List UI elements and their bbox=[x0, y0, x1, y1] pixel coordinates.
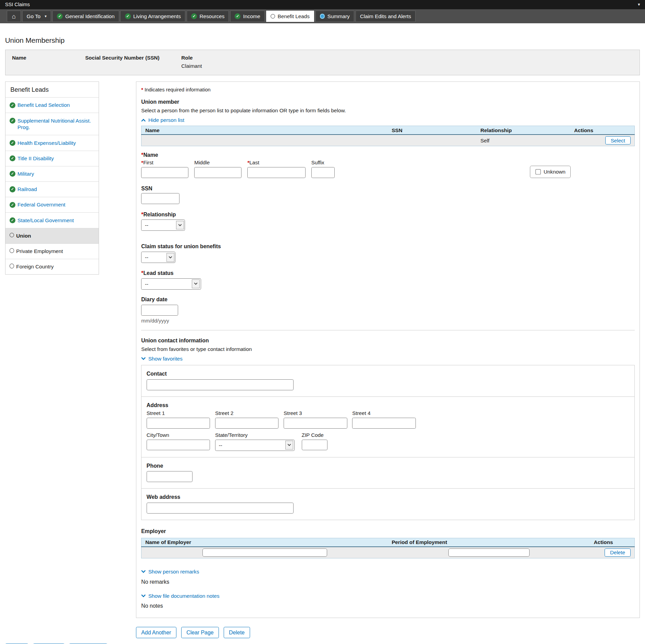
street1-label: Street 1 bbox=[147, 411, 210, 416]
not-started-circle-icon bbox=[10, 248, 14, 253]
select-person-button[interactable]: Select bbox=[605, 136, 631, 144]
employment-period-input[interactable] bbox=[448, 548, 530, 557]
not-started-circle-icon bbox=[10, 233, 14, 237]
first-name-label: *First bbox=[141, 160, 188, 165]
person-table-header-ssn: SSN bbox=[388, 126, 476, 135]
person-row-ssn bbox=[388, 135, 476, 146]
section-divider bbox=[141, 330, 634, 330]
suffix-input[interactable] bbox=[311, 167, 335, 178]
street4-label: Street 4 bbox=[352, 411, 415, 416]
ssn-input[interactable] bbox=[141, 193, 179, 204]
address-heading: Address bbox=[147, 402, 629, 408]
chevron-down-icon bbox=[285, 441, 293, 450]
zip-label: ZIP Code bbox=[302, 432, 328, 438]
street2-label: Street 2 bbox=[215, 411, 278, 416]
person-table-header-name: Name bbox=[141, 126, 388, 135]
complete-check-icon: ✓ bbox=[10, 102, 15, 108]
last-name-label: *Last bbox=[247, 160, 306, 165]
lead-status-select[interactable]: -- bbox=[141, 278, 201, 290]
diary-date-label: Diary date bbox=[141, 296, 634, 302]
tab-income[interactable]: ✓ Income bbox=[230, 11, 265, 22]
contact-input[interactable] bbox=[147, 379, 294, 390]
tab-resources[interactable]: ✓ Resources bbox=[187, 11, 229, 22]
complete-check-icon: ✓ bbox=[10, 155, 15, 161]
sidebar-item-snap[interactable]: ✓ Supplemental Nutritional Assist. Prog. bbox=[5, 113, 99, 135]
middle-name-input[interactable] bbox=[194, 167, 241, 178]
chevron-down-icon bbox=[141, 357, 146, 360]
last-name-input[interactable] bbox=[247, 167, 306, 178]
sidebar-title: Benefit Leads bbox=[5, 82, 99, 97]
phone-input[interactable] bbox=[147, 471, 193, 482]
sidebar-item-military[interactable]: ✓ Military bbox=[5, 166, 99, 181]
city-label: City/Town bbox=[147, 432, 210, 438]
hide-person-list-link[interactable]: Hide person list bbox=[141, 117, 184, 123]
union-member-heading: Union member bbox=[141, 99, 634, 105]
street3-input[interactable] bbox=[284, 418, 347, 429]
person-table-row: Self Select bbox=[141, 135, 634, 146]
complete-check-icon: ✓ bbox=[10, 217, 15, 223]
show-person-remarks-link[interactable]: Show person remarks bbox=[141, 569, 199, 575]
tab-benefit-leads[interactable]: Benefit Leads bbox=[266, 11, 314, 22]
name-section-label: *Name bbox=[141, 152, 634, 158]
tab-claim-edits-and-alerts[interactable]: Claim Edits and Alerts bbox=[356, 11, 416, 22]
no-remarks-text: No remarks bbox=[141, 579, 634, 585]
web-address-section: Web address bbox=[141, 488, 634, 520]
union-member-instruction: Select a person from the person list to … bbox=[141, 108, 634, 114]
clear-page-button[interactable]: Clear Page bbox=[181, 627, 219, 638]
go-to-menu[interactable]: Go To ▾ bbox=[22, 11, 51, 22]
add-another-button[interactable]: Add Another bbox=[136, 627, 177, 638]
header-menu-caret-icon[interactable]: ▾ bbox=[638, 2, 640, 7]
complete-check-icon: ✓ bbox=[125, 13, 131, 19]
diary-date-input[interactable] bbox=[141, 305, 178, 316]
chevron-down-icon: ▾ bbox=[45, 14, 47, 18]
employer-name-input[interactable] bbox=[202, 548, 327, 557]
middle-name-label: Middle bbox=[194, 160, 241, 165]
banner-role-label: Role bbox=[181, 55, 202, 61]
banner-role-value: Claimant bbox=[181, 63, 202, 69]
delete-employer-button[interactable]: Delete bbox=[605, 548, 630, 557]
person-table-header-relationship: Relationship bbox=[477, 126, 570, 135]
web-address-label: Web address bbox=[147, 494, 629, 500]
unknown-label: Unknown bbox=[544, 169, 566, 175]
page-title: Union Membership bbox=[5, 36, 640, 45]
street1-input[interactable] bbox=[147, 418, 210, 429]
relationship-select[interactable]: -- bbox=[141, 219, 185, 231]
street4-input[interactable] bbox=[352, 418, 415, 429]
chevron-down-icon bbox=[141, 594, 146, 597]
home-button[interactable]: ⌂ bbox=[7, 11, 21, 22]
sidebar-item-health-expenses[interactable]: ✓ Health Expenses/Liability bbox=[5, 135, 99, 150]
claim-status-select[interactable]: -- bbox=[141, 252, 175, 263]
sidebar-item-title-ii-disability[interactable]: ✓ Title II Disability bbox=[5, 151, 99, 166]
sidebar-item-railroad[interactable]: ✓ Railroad bbox=[5, 181, 99, 197]
delete-page-button[interactable]: Delete bbox=[224, 627, 250, 638]
zip-input[interactable] bbox=[302, 440, 328, 451]
show-file-documentation-notes-link[interactable]: Show file documentation notes bbox=[141, 593, 219, 599]
sidebar-item-federal-government[interactable]: ✓ Federal Government bbox=[5, 197, 99, 212]
app-title: SSI Claims bbox=[5, 2, 30, 7]
no-notes-text: No notes bbox=[141, 603, 634, 609]
person-banner: Name Social Security Number (SSN) Role C… bbox=[5, 50, 640, 75]
lead-status-label: *Lead status bbox=[141, 270, 634, 276]
complete-check-icon: ✓ bbox=[57, 13, 63, 19]
first-name-input[interactable] bbox=[141, 167, 188, 178]
sidebar-item-foreign-country[interactable]: Foreign Country bbox=[5, 259, 99, 274]
sidebar-item-private-employment[interactable]: Private Employment bbox=[5, 243, 99, 259]
sidebar-item-benefit-lead-selection[interactable]: ✓ Benefit Lead Selection bbox=[5, 97, 99, 113]
name-fields-row: *First Middle *Last Suffix Unknow bbox=[141, 160, 634, 178]
person-list-table: Name SSN Relationship Actions Self Selec… bbox=[141, 126, 634, 146]
unknown-checkbox[interactable] bbox=[535, 169, 541, 175]
required-note: * Indicates required information bbox=[141, 87, 634, 92]
address-section: Address Street 1 Street 2 Street 3 bbox=[141, 396, 634, 457]
show-favorites-link[interactable]: Show favorites bbox=[141, 356, 183, 362]
sidebar-item-state-local-government[interactable]: ✓ State/Local Government bbox=[5, 212, 99, 228]
web-address-input[interactable] bbox=[147, 503, 294, 514]
tab-summary[interactable]: Summary bbox=[315, 11, 355, 22]
street2-input[interactable] bbox=[215, 418, 278, 429]
state-select[interactable]: -- bbox=[215, 440, 295, 451]
tab-general-identification[interactable]: ✓ General Identification bbox=[52, 11, 119, 22]
sidebar-item-union[interactable]: Union bbox=[5, 228, 99, 243]
diary-date-format-hint: mm/dd/yyyy bbox=[141, 318, 634, 324]
tab-living-arrangements[interactable]: ✓ Living Arrangements bbox=[120, 11, 185, 22]
phone-section: Phone bbox=[141, 457, 634, 489]
city-input[interactable] bbox=[147, 440, 210, 451]
